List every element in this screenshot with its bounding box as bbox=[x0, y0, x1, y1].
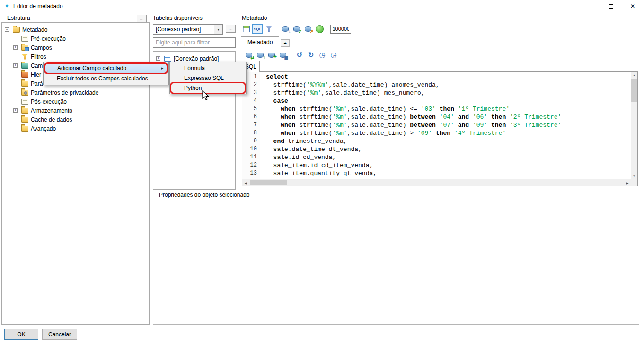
structure-options-button[interactable]: ... bbox=[137, 15, 147, 23]
code-line: sale_item.quantity qt_venda, bbox=[266, 169, 631, 177]
line-number: 8 bbox=[242, 129, 257, 137]
tree-item[interactable]: Filtros bbox=[2, 52, 149, 61]
row-limit-input[interactable] bbox=[330, 25, 351, 34]
horizontal-scroll-thumb[interactable] bbox=[250, 180, 287, 185]
menu-item-label: Excluir todos os Campos calculados bbox=[57, 75, 148, 82]
submenu-arrow-icon: ► bbox=[160, 66, 164, 70]
minimize-button[interactable] bbox=[578, 0, 600, 11]
line-number: 13 bbox=[242, 169, 257, 177]
tree-item[interactable]: Pré-execução bbox=[2, 34, 149, 43]
status-ok-icon[interactable] bbox=[314, 24, 325, 34]
mouse-cursor bbox=[202, 90, 210, 101]
code-line: when strftime('%m',sale.date_time) <= '0… bbox=[266, 105, 631, 113]
fields-icon bbox=[21, 45, 28, 51]
expand-icon[interactable]: + bbox=[13, 108, 18, 113]
connection-options-button[interactable]: ... bbox=[226, 25, 236, 33]
code-line: sale.id cd_venda, bbox=[266, 153, 631, 161]
undo-circle-icon[interactable] bbox=[294, 50, 305, 60]
tree-item[interactable]: Avançado bbox=[2, 124, 149, 133]
db-download-icon[interactable] bbox=[280, 24, 291, 34]
tab-metadado[interactable]: Metadado bbox=[241, 36, 279, 47]
menu-item[interactable]: Excluir todos os Campos calculados bbox=[44, 73, 168, 84]
db-table-icon[interactable] bbox=[278, 50, 288, 60]
expand-icon[interactable]: + bbox=[156, 56, 160, 61]
history-clock-icon[interactable] bbox=[317, 50, 327, 60]
db-add-icon[interactable] bbox=[266, 50, 277, 60]
code-line: select bbox=[266, 73, 631, 81]
scroll-right-button[interactable]: ▶ bbox=[624, 179, 631, 186]
horizontal-scrollbar[interactable]: ◀ ▶ bbox=[242, 179, 631, 186]
ok-button[interactable]: OK bbox=[4, 329, 38, 340]
structure-label: Estrutura bbox=[7, 15, 30, 21]
tree-item-label: Avançado bbox=[31, 125, 56, 132]
sql-editor[interactable]: 12345678910111213 select strftime('%Y%m'… bbox=[242, 71, 638, 186]
sql-view-button[interactable]: SQL bbox=[252, 24, 263, 34]
code-line: sale.date_time dt_venda, bbox=[266, 145, 631, 153]
context-menu: Adicionar Campo calculado►Excluir todos … bbox=[43, 62, 169, 85]
tree-item-label: Pará bbox=[31, 80, 43, 87]
redo-circle-icon[interactable] bbox=[306, 50, 316, 60]
menu-item[interactable]: Expressão SQL bbox=[171, 73, 245, 83]
scroll-up-button[interactable]: ▲ bbox=[631, 72, 637, 79]
parameter-icon bbox=[21, 81, 28, 87]
metadata-editor-window: ✦ Editor de metadado ✕ Estrutura ... -Me… bbox=[0, 0, 644, 343]
restore-icon bbox=[609, 4, 613, 9]
properties-panel: Propriedades do objeto selecionado bbox=[153, 192, 639, 325]
code-line: when strftime('%m',sale.date_time) betwe… bbox=[266, 113, 631, 121]
tree-item-label: Armazenamento bbox=[31, 107, 72, 114]
line-number: 11 bbox=[242, 153, 257, 161]
toolbar-separator bbox=[277, 24, 277, 34]
line-number: 10 bbox=[242, 145, 257, 153]
code-area[interactable]: select strftime('%Y%m',sale.date_time) a… bbox=[260, 72, 631, 179]
vertical-scrollbar[interactable]: ▲ ▼ bbox=[631, 72, 637, 179]
schedule-clock-icon[interactable] bbox=[328, 50, 339, 60]
cancel-button[interactable]: Cancelar bbox=[42, 329, 77, 340]
collapse-icon[interactable]: - bbox=[5, 27, 9, 32]
tree-item-label: Pós-execução bbox=[31, 98, 67, 105]
line-number: 6 bbox=[242, 113, 257, 121]
sql-toolbar bbox=[244, 49, 339, 61]
tree-item-label: Hier bbox=[31, 71, 41, 78]
close-button[interactable]: ✕ bbox=[622, 0, 644, 11]
tab-strip-line bbox=[241, 47, 640, 47]
table-view-icon[interactable] bbox=[241, 24, 251, 34]
expand-icon[interactable]: + bbox=[13, 45, 18, 50]
add-tab-button[interactable]: + bbox=[281, 39, 289, 47]
db-sync-icon[interactable] bbox=[244, 50, 254, 60]
db-check-icon[interactable] bbox=[291, 24, 302, 34]
code-line: strftime('%m',sale.date_time) mes_numero… bbox=[266, 89, 631, 97]
tree-item[interactable]: +Armazenamento bbox=[2, 106, 149, 115]
tree-item[interactable]: Parâmetros de privacidade bbox=[2, 88, 149, 97]
restore-button[interactable] bbox=[600, 0, 622, 11]
table-filter-input[interactable] bbox=[153, 37, 236, 48]
vertical-scroll-thumb[interactable] bbox=[631, 79, 637, 102]
scroll-left-button[interactable]: ◀ bbox=[242, 179, 249, 186]
tree-item[interactable]: Cache de dados bbox=[2, 115, 149, 124]
scroll-down-button[interactable]: ▼ bbox=[631, 173, 637, 179]
tree-item-label: Pré-execução bbox=[31, 35, 66, 42]
tree-item-label: Parâmetros de privacidade bbox=[31, 89, 98, 96]
tree-item[interactable]: Pós-execução bbox=[2, 97, 149, 106]
db-export-icon[interactable] bbox=[303, 24, 313, 34]
tree-item[interactable]: +Campos bbox=[2, 43, 149, 52]
connection-select[interactable]: [Conexão padrão] ▼ bbox=[153, 24, 223, 35]
tree-item[interactable]: -Metadado bbox=[2, 25, 149, 34]
metadata-label: Metadado bbox=[242, 15, 267, 21]
filter-icon[interactable] bbox=[264, 24, 274, 34]
menu-item[interactable]: Fórmula bbox=[171, 63, 245, 73]
tree-item-label: Campos bbox=[31, 44, 52, 51]
db-upload-icon[interactable] bbox=[255, 50, 265, 60]
advanced-icon bbox=[21, 126, 28, 132]
line-number: 4 bbox=[242, 97, 257, 105]
tree-item-label: Metadado bbox=[22, 26, 47, 33]
menu-item[interactable]: Adicionar Campo calculado► bbox=[44, 63, 168, 73]
tab-sql-label: SQL bbox=[245, 63, 256, 70]
context-submenu: FórmulaExpressão SQLPython bbox=[169, 62, 247, 94]
code-line: when strftime('%m',sale.date_time) betwe… bbox=[266, 121, 631, 129]
code-line: when strftime('%m',sale.date_time) > '09… bbox=[266, 129, 631, 137]
storage-icon bbox=[21, 108, 28, 114]
tree-item-label: Filtros bbox=[31, 53, 46, 60]
metadata-tabs: Metadado+ bbox=[241, 36, 290, 47]
expand-icon[interactable]: + bbox=[13, 63, 18, 68]
metadata-toolbar: SQL bbox=[241, 23, 351, 35]
